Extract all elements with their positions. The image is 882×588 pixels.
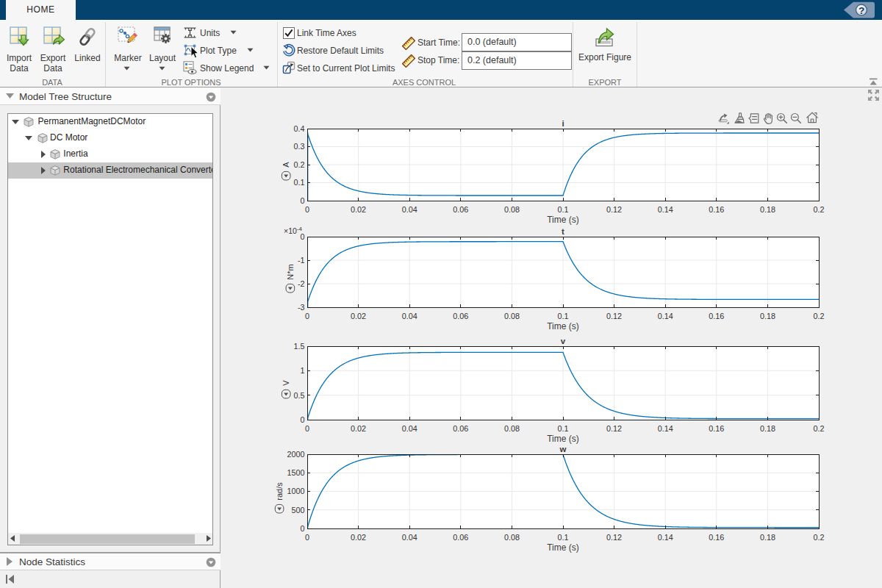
svg-text:0.04: 0.04 <box>402 533 417 542</box>
svg-text:0.5: 0.5 <box>293 391 304 400</box>
svg-text:0.18: 0.18 <box>760 533 775 542</box>
svg-text:0.4: 0.4 <box>293 124 304 133</box>
svg-text:1.5: 1.5 <box>293 342 304 351</box>
svg-text:0.12: 0.12 <box>606 424 622 433</box>
svg-text:0: 0 <box>300 196 304 205</box>
svg-text:0.18: 0.18 <box>760 312 775 320</box>
svg-text:0.06: 0.06 <box>453 533 468 542</box>
svg-text:0.16: 0.16 <box>709 424 724 433</box>
svg-text:?: ? <box>858 5 864 16</box>
svg-text:0.06: 0.06 <box>453 424 468 433</box>
svg-text:0.02: 0.02 <box>351 424 366 433</box>
svg-text:1500: 1500 <box>287 468 304 477</box>
svg-text:rad/s: rad/s <box>275 482 284 501</box>
svg-text:0: 0 <box>300 232 304 241</box>
svg-text:A: A <box>282 162 290 168</box>
svg-text:0: 0 <box>305 205 309 214</box>
svg-text:0: 0 <box>305 312 309 320</box>
svg-text:Time (s): Time (s) <box>547 542 579 553</box>
svg-text:Time (s): Time (s) <box>547 321 579 331</box>
svg-text:0.1: 0.1 <box>293 178 304 187</box>
svg-text:0.04: 0.04 <box>402 424 417 433</box>
svg-text:0.16: 0.16 <box>709 312 724 320</box>
svg-text:0.02: 0.02 <box>351 312 366 320</box>
svg-text:w: w <box>559 445 567 453</box>
svg-text:0.2: 0.2 <box>813 533 824 542</box>
svg-text:0.02: 0.02 <box>351 533 366 542</box>
svg-text:0.1: 0.1 <box>557 312 568 320</box>
svg-text:V: V <box>282 380 290 386</box>
svg-text:0.12: 0.12 <box>606 533 622 542</box>
svg-text:0.08: 0.08 <box>504 424 520 433</box>
svg-text:Time (s): Time (s) <box>547 215 579 225</box>
svg-text:0.2: 0.2 <box>293 160 304 169</box>
svg-text:2000: 2000 <box>287 450 304 459</box>
svg-text:-1: -1 <box>298 256 305 265</box>
svg-text:N*m: N*m <box>286 264 295 279</box>
svg-text:0.08: 0.08 <box>504 533 520 542</box>
svg-text:v: v <box>561 337 566 345</box>
svg-text:Time (s): Time (s) <box>547 434 579 444</box>
svg-text:0.18: 0.18 <box>760 205 775 214</box>
svg-text:i: i <box>562 119 564 128</box>
svg-text:0.14: 0.14 <box>658 312 673 320</box>
svg-text:0.1: 0.1 <box>557 205 568 214</box>
svg-text:0.02: 0.02 <box>351 205 366 214</box>
svg-text:0.18: 0.18 <box>760 424 775 433</box>
svg-text:0.14: 0.14 <box>658 205 673 214</box>
svg-text:0.1: 0.1 <box>557 533 568 542</box>
svg-text:500: 500 <box>291 506 304 514</box>
svg-text:0.3: 0.3 <box>293 142 304 151</box>
svg-text:0.12: 0.12 <box>606 312 622 320</box>
svg-text:0.2: 0.2 <box>813 312 824 320</box>
svg-text:0.14: 0.14 <box>658 533 673 542</box>
svg-text:1000: 1000 <box>287 487 304 495</box>
svg-text:0.04: 0.04 <box>402 312 417 320</box>
svg-text:-2: -2 <box>298 279 305 288</box>
svg-text:0.16: 0.16 <box>709 533 724 542</box>
svg-text:t: t <box>562 227 564 236</box>
svg-text:0.08: 0.08 <box>504 205 520 214</box>
svg-text:0.1: 0.1 <box>557 424 568 433</box>
svg-text:-3: -3 <box>298 303 305 312</box>
svg-text:0.04: 0.04 <box>402 205 417 214</box>
svg-text:0.06: 0.06 <box>453 312 468 320</box>
svg-text:0: 0 <box>300 524 304 533</box>
svg-text:0.12: 0.12 <box>606 205 622 214</box>
svg-text:0: 0 <box>305 424 309 433</box>
svg-text:0.2: 0.2 <box>813 424 824 433</box>
svg-text:0.14: 0.14 <box>658 424 673 433</box>
svg-text:0.06: 0.06 <box>453 205 468 214</box>
svg-text:0.2: 0.2 <box>813 205 824 214</box>
svg-text:0: 0 <box>305 533 309 542</box>
svg-text:0: 0 <box>300 415 304 424</box>
svg-text:0.08: 0.08 <box>504 312 520 320</box>
svg-text:0.16: 0.16 <box>709 205 724 214</box>
svg-text:1: 1 <box>300 366 304 375</box>
